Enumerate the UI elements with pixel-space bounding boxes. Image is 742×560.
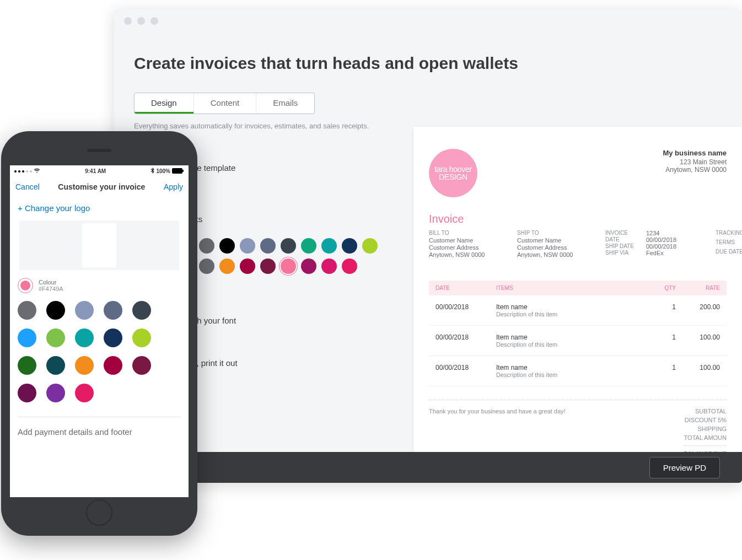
phone-color-swatch[interactable] <box>75 301 94 320</box>
invoice-table-body: 00/00/2018Item nameDescription of this i… <box>429 295 727 386</box>
change-logo-link[interactable]: + Change your logo <box>18 203 181 213</box>
bottom-bar: Preview PD <box>114 452 742 483</box>
signal-dot-icon <box>14 170 17 173</box>
signal-dot-icon <box>30 170 32 173</box>
color-swatch[interactable] <box>240 238 255 254</box>
colour-label: Colour <box>39 279 63 286</box>
payment-footer-link[interactable]: Add payment details and footer <box>18 427 181 437</box>
ship-to: SHIP TO Customer Name Customer Address A… <box>517 230 583 259</box>
browser-chrome <box>114 9 742 33</box>
window-dot <box>150 17 158 25</box>
selected-colour-swatch[interactable] <box>18 278 33 293</box>
phone-color-swatch[interactable] <box>132 356 151 375</box>
color-swatch[interactable] <box>321 238 337 254</box>
svg-rect-1 <box>182 170 184 172</box>
invoice-title: Invoice <box>429 213 727 225</box>
phone-color-swatch[interactable] <box>104 329 122 347</box>
tab-emails[interactable]: Emails <box>256 93 314 114</box>
table-row: 00/00/2018Item nameDescription of this i… <box>429 326 727 356</box>
table-row: 00/00/2018Item nameDescription of this i… <box>429 356 727 386</box>
signal-dot-icon <box>26 170 28 173</box>
status-bar: 9:41 AM 100% <box>10 165 189 177</box>
phone-color-swatch[interactable] <box>132 329 151 347</box>
color-swatch[interactable] <box>199 238 214 254</box>
bluetooth-icon <box>150 168 154 175</box>
battery-icon <box>172 168 184 175</box>
phone-title: Customise your invoice <box>58 182 145 191</box>
color-swatch[interactable] <box>260 259 276 274</box>
phone-navbar: Cancel Customise your invoice Apply <box>10 177 189 198</box>
invoice-meta: INVOICE1234DATE00/00/2018SHIP DATE00/00/… <box>605 230 693 259</box>
color-swatch[interactable] <box>260 238 276 254</box>
color-swatch[interactable] <box>301 259 316 274</box>
table-row: 00/00/2018Item nameDescription of this i… <box>429 295 727 326</box>
svg-rect-0 <box>172 168 182 174</box>
business-block: My business name 123 Main Street Anytown… <box>663 149 727 174</box>
phone-color-swatch[interactable] <box>46 384 65 402</box>
phone-color-swatch[interactable] <box>104 356 122 375</box>
wifi-icon <box>34 168 40 174</box>
selected-colour: Colour #F4749A <box>18 278 181 293</box>
color-swatch[interactable] <box>281 238 296 254</box>
page: Create invoices that turn heads and open… <box>114 33 742 483</box>
phone-screen: 9:41 AM 100% Cancel Customise your invoi… <box>10 165 189 497</box>
divider <box>18 417 181 417</box>
phone-color-swatch[interactable] <box>46 301 65 320</box>
phone-color-swatch[interactable] <box>18 356 36 375</box>
phone-colour-grid <box>18 301 181 402</box>
invoice-table-header: DATE ITEMS QTY RATE <box>429 281 727 295</box>
color-swatch[interactable] <box>281 259 296 274</box>
battery-pct: 100% <box>156 168 170 174</box>
invoice-meta-right: TRACKINGTERMSDUE DATE <box>716 230 742 259</box>
invoice-logo: tara hoover DESIGN <box>429 149 477 197</box>
color-swatch[interactable] <box>342 238 357 254</box>
business-name: My business name <box>663 149 727 157</box>
phone-color-swatch[interactable] <box>75 356 94 375</box>
phone-color-swatch[interactable] <box>104 301 122 320</box>
signal-dot-icon <box>18 170 20 173</box>
apply-button[interactable]: Apply <box>164 182 183 191</box>
phone-color-swatch[interactable] <box>46 329 65 347</box>
color-swatch[interactable] <box>342 259 357 274</box>
business-line2: Anytown, NSW 0000 <box>663 166 727 174</box>
logo-placeholder[interactable] <box>19 220 179 270</box>
colour-hex: #F4749A <box>39 286 63 292</box>
preview-pdf-button[interactable]: Preview PD <box>649 457 720 478</box>
window-dot <box>137 17 145 25</box>
color-swatch[interactable] <box>219 238 235 254</box>
phone-color-swatch[interactable] <box>18 329 36 347</box>
tabs: Design Content Emails <box>134 93 315 114</box>
color-swatch[interactable] <box>362 238 378 254</box>
color-swatch[interactable] <box>240 259 255 274</box>
phone-color-swatch[interactable] <box>132 301 151 320</box>
signal-dot-icon <box>22 170 24 173</box>
phone-color-swatch[interactable] <box>18 301 36 320</box>
status-time: 9:41 AM <box>85 168 106 174</box>
page-title: Create invoices that turn heads and open… <box>134 54 742 73</box>
phone-color-swatch[interactable] <box>75 384 94 402</box>
phone-color-swatch[interactable] <box>46 356 65 375</box>
bill-to: BILL TO Customer Name Customer Address A… <box>429 230 495 259</box>
phone-mockup: 9:41 AM 100% Cancel Customise your invoi… <box>1 131 197 536</box>
phone-color-swatch[interactable] <box>18 384 36 402</box>
browser-window: Create invoices that turn heads and open… <box>114 9 742 483</box>
color-swatch[interactable] <box>321 259 337 274</box>
cancel-button[interactable]: Cancel <box>15 182 40 191</box>
window-dot <box>124 17 132 25</box>
color-swatch[interactable] <box>219 259 235 274</box>
tab-content[interactable]: Content <box>193 93 256 114</box>
color-swatch[interactable] <box>199 259 214 274</box>
color-swatch[interactable] <box>301 238 316 254</box>
tab-design[interactable]: Design <box>135 93 193 114</box>
invoice-preview: tara hoover DESIGN My business name 123 … <box>413 127 742 469</box>
phone-color-swatch[interactable] <box>75 329 94 347</box>
business-line1: 123 Main Street <box>663 158 727 166</box>
